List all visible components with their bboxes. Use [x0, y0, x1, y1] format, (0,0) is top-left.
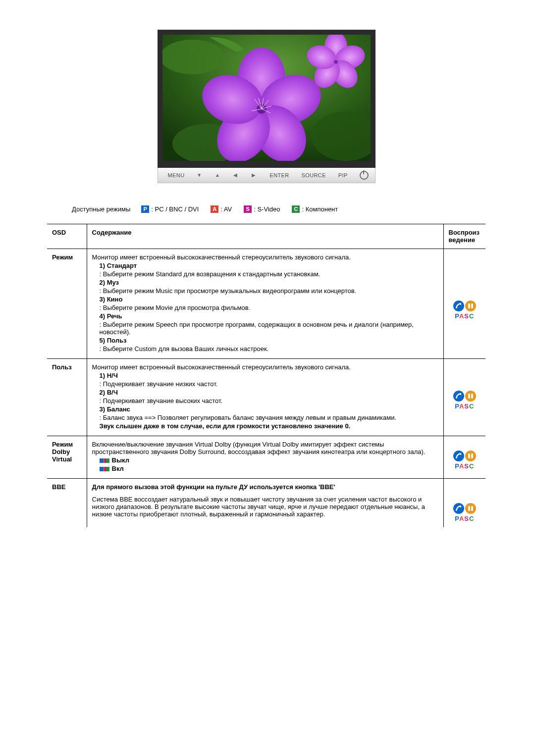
svg-rect-27 — [468, 454, 470, 458]
pause-icon — [465, 503, 476, 514]
legend-text: : S-Video — [254, 205, 280, 213]
bold-intro: Для прямого вызова этой функции на пульт… — [92, 483, 438, 491]
osd-label: Польз — [47, 359, 87, 436]
legend-text: : AV — [220, 205, 232, 213]
flag-icon — [100, 467, 109, 471]
svg-point-22 — [334, 60, 338, 64]
sub-title: 2) В/Ч — [100, 389, 438, 396]
pause-icon — [465, 301, 476, 311]
monitor-block: MENU ▼ ▲ ◀ ▶ ENTER SOURCE PIP — [158, 30, 375, 183]
sub-title: 1) Н/Ч — [100, 372, 438, 379]
left-icon[interactable]: ◀ — [233, 172, 239, 178]
a-badge: A — [211, 205, 218, 213]
sub-desc: : Выберите Custom для вызова Ваших личны… — [100, 345, 438, 353]
demo-image — [162, 35, 371, 161]
sub-desc: : Выберите режим Music при просмотре муз… — [100, 287, 438, 295]
osd-label: BBE — [47, 479, 87, 528]
up-icon[interactable]: ▲ — [215, 172, 221, 178]
sub-title: 3) Кино — [100, 296, 438, 303]
legend-item-p: P : PC / BNC / DVI — [141, 205, 199, 213]
enter-button[interactable]: ENTER — [269, 172, 289, 178]
sub-title: 5) Польз — [100, 337, 438, 344]
pause-icon — [465, 451, 476, 461]
spec-table: OSD Содержание Воспроиз ведение Режим Мо… — [47, 224, 485, 527]
svg-rect-30 — [471, 506, 473, 511]
sub-desc: : Выберите режим Standard для возвращени… — [100, 270, 438, 278]
flag-line: Выкл — [100, 456, 438, 464]
osd-label: Режим Dolby Virtual — [47, 436, 87, 479]
svg-rect-28 — [471, 454, 473, 458]
flag-icon — [100, 458, 109, 463]
monitor-frame — [158, 30, 375, 168]
legend-text: : PC / BNC / DVI — [151, 205, 199, 213]
legend-item-c: C : Компонент — [292, 205, 338, 213]
s-badge: S — [244, 205, 252, 213]
play-icon — [453, 301, 464, 311]
play-icon — [453, 451, 464, 461]
sub-desc: : Выберите режим Movie для просмотра фил… — [100, 304, 438, 311]
col-repro: Воспроиз ведение — [443, 224, 485, 249]
content-cell: Монитор имеет встроенный высококачествен… — [87, 359, 443, 436]
repro-cell: PASC — [443, 359, 485, 436]
sub-desc: : Подчеркивает звучание низких частот. — [100, 380, 438, 388]
sub-title: 4) Речь — [100, 312, 438, 320]
monitor-controls: MENU ▼ ▲ ◀ ▶ ENTER SOURCE PIP — [158, 168, 375, 183]
sub-title: 3) Баланс — [100, 405, 438, 413]
legend-item-s: S : S-Video — [244, 205, 280, 213]
svg-rect-29 — [468, 506, 470, 511]
repro-cell: PASC — [443, 436, 485, 479]
down-icon[interactable]: ▼ — [197, 172, 203, 178]
content-cell: Для прямого вызова этой функции на пульт… — [87, 479, 443, 528]
svg-rect-26 — [471, 394, 473, 399]
right-icon[interactable]: ▶ — [252, 172, 258, 178]
osd-label: Режим — [47, 249, 87, 359]
legend-title: Доступные режимы — [72, 205, 130, 213]
table-row: Режим Монитор имеет встроенный высококач… — [47, 249, 485, 359]
col-osd: OSD — [47, 224, 87, 249]
table-row: Режим Dolby Virtual Включение/выключение… — [47, 436, 485, 479]
pasc-icon: PASC — [449, 391, 481, 410]
intro-text: Монитор имеет встроенный высококачествен… — [92, 253, 438, 261]
menu-button[interactable]: MENU — [168, 172, 185, 178]
sub-title: 1) Стандарт — [100, 262, 438, 269]
table-row: Польз Монитор имеет встроенный высококач… — [47, 359, 485, 436]
flag-line: Вкл — [100, 465, 438, 472]
mode-legend: Доступные режимы P : PC / BNC / DVI A : … — [72, 205, 485, 213]
svg-rect-24 — [471, 303, 473, 308]
legend-item-a: A : AV — [211, 205, 232, 213]
source-button[interactable]: SOURCE — [301, 172, 325, 178]
sub-desc-bold: Звук слышен даже в том случае, если для … — [100, 422, 438, 430]
pasc-icon: PASC — [449, 451, 481, 470]
col-content: Содержание — [87, 224, 443, 249]
svg-rect-25 — [468, 394, 470, 399]
power-icon[interactable] — [360, 171, 369, 180]
sub-title: 2) Муз — [100, 279, 438, 286]
intro-text: Включение/выключение звучания Virtual Do… — [92, 441, 438, 455]
repro-cell: PASC — [443, 479, 485, 528]
pasc-icon: PASC — [449, 503, 481, 522]
sub-desc: : Баланс звука ==> Позволяет регулироват… — [100, 414, 438, 421]
play-icon — [453, 391, 464, 402]
body-text: Система BBE воссоздает натуральный звук … — [92, 496, 438, 518]
table-row: BBE Для прямого вызова этой функции на п… — [47, 479, 485, 528]
content-cell: Монитор имеет встроенный высококачествен… — [87, 249, 443, 359]
intro-text: Монитор имеет встроенный высококачествен… — [92, 363, 438, 371]
sub-desc: : Выберите режим Speech при просмотре пр… — [100, 321, 438, 336]
svg-point-1 — [162, 40, 224, 74]
pasc-icon: PASC — [449, 301, 481, 320]
play-icon — [453, 503, 464, 514]
sub-desc: : Подчеркивает звучание высоких частот. — [100, 397, 438, 404]
p-badge: P — [141, 205, 149, 213]
repro-cell: PASC — [443, 249, 485, 359]
content-cell: Включение/выключение звучания Virtual Do… — [87, 436, 443, 479]
legend-text: : Компонент — [302, 205, 338, 213]
pause-icon — [465, 391, 476, 402]
manual-page: MENU ▼ ▲ ◀ ▶ ENTER SOURCE PIP Доступные … — [0, 0, 535, 547]
pip-button[interactable]: PIP — [338, 172, 348, 178]
svg-rect-23 — [468, 303, 470, 308]
c-badge: C — [292, 205, 300, 213]
